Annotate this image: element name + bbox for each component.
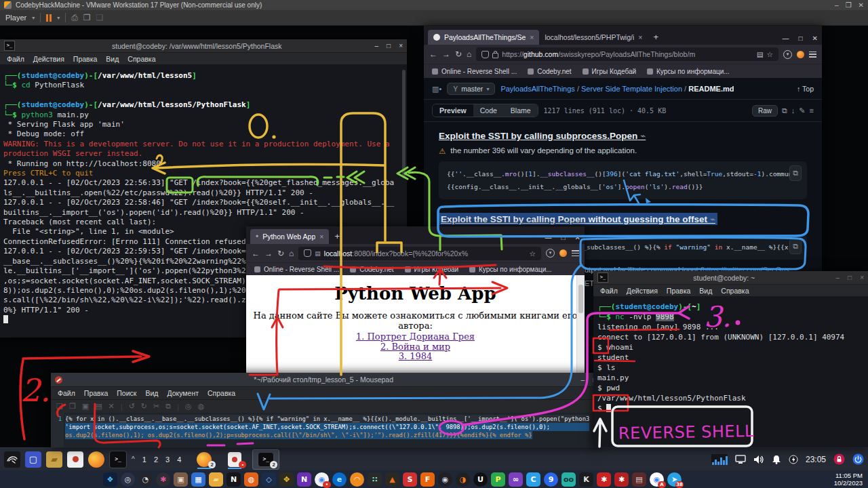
tab-preview[interactable]: Preview (433, 104, 473, 117)
pocket-icon[interactable]: ▾ (546, 249, 555, 258)
file-view-tabs[interactable]: Preview Code Blame (432, 104, 538, 117)
close-button[interactable]: ✕ (575, 234, 580, 241)
menu-item[interactable]: Codeby.net (350, 266, 393, 273)
pause-vm-button[interactable] (46, 14, 52, 22)
reload-icon[interactable]: ↻ (277, 249, 284, 258)
start-icon[interactable]: ❖ (103, 472, 117, 487)
book-link-1[interactable]: 1. Портрет Дориана Грея (246, 332, 585, 342)
menu-item[interactable]: Вид (699, 287, 712, 295)
search-icon[interactable]: ◎ (121, 472, 135, 487)
menu-item[interactable]: Online - Reverse Shell ... (254, 266, 339, 273)
menu-item[interactable]: Игры Кодебай (583, 68, 636, 75)
redo-icon[interactable]: ↻ (141, 402, 147, 411)
vmware-close-button[interactable]: ✕ (859, 1, 864, 9)
logout-icon[interactable] (852, 453, 864, 465)
close-file-icon[interactable]: ✕ (108, 402, 115, 411)
cpu-graph[interactable] (711, 454, 728, 465)
back-icon[interactable]: ← (429, 49, 437, 59)
maximize-button[interactable]: □ (799, 35, 803, 42)
visual-studio-icon[interactable]: ∞ (509, 472, 523, 487)
maximize-button[interactable]: □ (848, 274, 852, 281)
menu-item[interactable]: Вид (145, 389, 158, 397)
panel-expand-icon[interactable]: ^ (132, 455, 135, 463)
terminal2-titlebar[interactable]: >_ student@codeby: ~ –□× (593, 271, 868, 285)
forward-icon[interactable]: → (264, 249, 273, 258)
taskbar-firefox-button[interactable]: 2 (191, 450, 217, 469)
vmware-gear-icon[interactable]: ✱ (597, 472, 611, 487)
tracking-shield-icon[interactable] (481, 51, 489, 58)
close-button[interactable]: × (860, 274, 864, 281)
copy-icon[interactable]: ⧉ (782, 106, 787, 115)
maximize-button[interactable]: □ (561, 234, 566, 241)
menu-item[interactable]: Файл (58, 389, 75, 397)
vscode-icon[interactable]: C (526, 472, 540, 487)
workspace-switcher[interactable]: 1 2 3 4 (142, 455, 184, 464)
minimize-button[interactable]: – (836, 274, 840, 281)
gauge-app-icon[interactable]: ◔ (138, 472, 153, 487)
page-scrollbar[interactable] (576, 275, 585, 380)
ssti-subprocess-heading[interactable]: Exploit the SSTI by calling subprocess.P… (439, 130, 807, 141)
open-file-icon[interactable]: ❐ (69, 402, 76, 411)
home-icon[interactable]: ⌂ (467, 49, 471, 59)
new-tab-button[interactable]: + (653, 32, 658, 42)
reader-view-icon[interactable]: ▤ (757, 50, 764, 58)
close-tab-icon[interactable]: × (530, 33, 534, 41)
raw-button[interactable]: Raw (752, 105, 778, 117)
slack-icon[interactable]: ✱ (156, 472, 170, 487)
taskbar-terminal-button[interactable]: >_ 2 (252, 449, 279, 470)
tracking-shield-icon[interactable] (304, 249, 311, 257)
power-manager-icon[interactable] (789, 455, 798, 464)
top-link[interactable]: ↑ Top (797, 85, 814, 93)
menu-item[interactable]: Справка (127, 55, 155, 63)
minimize-button[interactable]: – (375, 42, 379, 49)
kali-clock[interactable]: 23:05 (806, 455, 826, 464)
extension-icon[interactable] (797, 51, 804, 58)
find-replace-icon[interactable]: ◍ (198, 402, 205, 411)
menu-item[interactable]: Правка (73, 55, 97, 63)
menu-item[interactable]: Справка (208, 389, 235, 397)
blender-icon[interactable]: ◑ (456, 472, 470, 487)
windows-clock[interactable]: 11:05 PM 10/2/2023 (834, 472, 863, 487)
red-s-app-icon[interactable]: S (403, 472, 417, 487)
ssti-popen-heading[interactable]: Exploit the SSTI by calling Popen withou… (439, 213, 717, 225)
orange-ring-app-icon[interactable]: ◍ (244, 472, 258, 487)
firefox-launcher-icon[interactable] (88, 451, 104, 468)
sidebar-toggle-icon[interactable]: ▥• (432, 85, 441, 94)
edge-icon[interactable]: e (332, 472, 347, 487)
menu-icon[interactable] (572, 250, 579, 256)
breadcrumb-repo[interactable]: PayloadsAllTheThings (500, 85, 574, 93)
close-tab-icon[interactable]: × (319, 232, 323, 241)
menu-item[interactable]: Правка (667, 287, 690, 295)
orange-f-app-icon[interactable]: F (420, 472, 435, 487)
carrot-app-icon[interactable]: ▲ (385, 472, 399, 487)
calendar-icon[interactable]: ▦ (191, 472, 205, 487)
branch-selector[interactable]: Ymaster▾ (447, 83, 495, 95)
forward-icon[interactable]: → (442, 49, 450, 59)
messenger-bird-icon[interactable]: ➤38 (667, 472, 682, 487)
save-icon[interactable]: ▣ (82, 402, 89, 411)
onenote-icon[interactable]: N (297, 472, 311, 487)
arrows-app-icon[interactable]: ✥ (279, 472, 294, 487)
pycharm-icon[interactable]: P (491, 472, 505, 487)
minimize-button[interactable]: — (783, 35, 789, 42)
breadcrumb-folder[interactable]: Server Side Template Injection (581, 85, 682, 93)
close-button[interactable]: ✕ (812, 35, 818, 42)
lock-screen-icon[interactable] (833, 453, 845, 465)
blue-nine-app-icon[interactable]: 9 (544, 472, 558, 487)
reload-icon[interactable]: ↻ (455, 49, 462, 59)
menu-item[interactable]: Игры Кодебай (405, 266, 458, 273)
tab-blame[interactable]: Blame (504, 104, 538, 117)
minimize-button[interactable]: – (580, 376, 585, 384)
close-button[interactable]: × (399, 42, 403, 49)
chevron-down-icon[interactable]: ▾ (57, 15, 60, 21)
tab-localhost-phptwig[interactable]: localhost/lesson5/PHPTwig/i × (539, 30, 648, 45)
unreal-icon[interactable]: U (473, 472, 488, 487)
new-tab-button[interactable]: + (334, 231, 340, 241)
red-gear-app-icon[interactable]: ✱ (614, 472, 629, 487)
menu-item[interactable]: Поиск (117, 389, 136, 397)
notifications-bell-icon[interactable] (772, 455, 781, 464)
mousepad-launcher-icon[interactable] (67, 451, 83, 468)
tab-payloadsallthethings[interactable]: PayloadsAllTheThings/Se × (428, 30, 539, 45)
maximize-button[interactable]: □ (387, 42, 391, 49)
cut-icon[interactable]: ✂ (153, 402, 159, 411)
